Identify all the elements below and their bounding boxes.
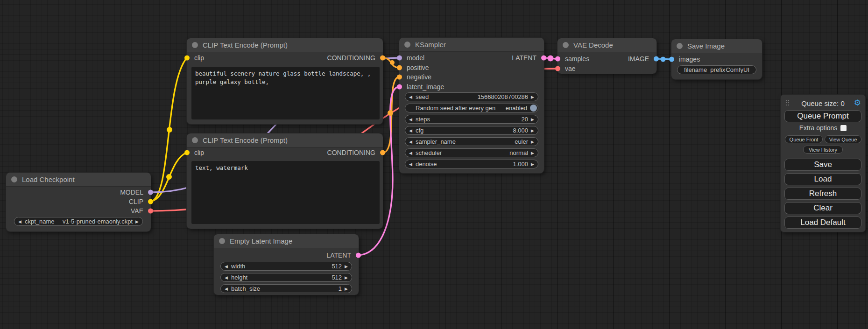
queue-prompt-button[interactable]: Queue Prompt [784, 110, 861, 122]
input-slot-negative[interactable]: negative [399, 72, 431, 82]
output-slot-conditioning[interactable]: CONDITIONING [187, 53, 383, 63]
conditioning-output-dot[interactable] [380, 56, 385, 61]
node-ksampler[interactable]: KSampler model positive negative latent_… [399, 38, 544, 173]
scheduler-widget[interactable]: ◀ scheduler normal ▶ [405, 148, 538, 157]
output-label: CONDITIONING [327, 149, 375, 156]
collapse-dot[interactable] [192, 42, 198, 48]
input-slot-positive[interactable]: positive [399, 63, 429, 72]
decrement-arrow-icon[interactable]: ◀ [225, 275, 228, 280]
extra-options-checkbox[interactable] [840, 125, 847, 131]
node-title-bar[interactable]: CLIP Text Encode (Prompt) [187, 38, 383, 52]
drag-handle-icon[interactable] [786, 100, 790, 107]
increment-arrow-icon[interactable]: ▶ [531, 117, 534, 122]
sampler-name-widget[interactable]: ◀ sampler_name euler ▶ [405, 137, 538, 146]
increment-arrow-icon[interactable]: ▶ [531, 140, 534, 144]
increment-arrow-icon[interactable]: ▶ [345, 275, 348, 280]
output-slot-clip[interactable]: CLIP [6, 197, 151, 206]
batch-size-widget[interactable]: ◀ batch_size 1 ▶ [220, 284, 352, 293]
view-history-button[interactable]: View History [803, 146, 843, 154]
images-input-dot[interactable] [669, 57, 674, 62]
latent-image-input-dot[interactable] [397, 84, 402, 90]
decrement-arrow-icon[interactable]: ◀ [225, 264, 228, 269]
node-clip-text-encode-negative[interactable]: CLIP Text Encode (Prompt) clip CONDITION… [187, 133, 383, 229]
denoise-widget[interactable]: ◀ denoise 1.000 ▶ [405, 160, 538, 168]
node-title-bar[interactable]: Load Checkpoint [6, 173, 151, 187]
negative-input-dot[interactable] [397, 75, 402, 80]
decrement-arrow-icon[interactable]: ◀ [18, 219, 21, 224]
view-queue-button[interactable]: View Queue [825, 135, 861, 143]
clip-output-dot[interactable] [148, 199, 153, 204]
refresh-button[interactable]: Refresh [784, 188, 861, 200]
load-button[interactable]: Load [784, 173, 861, 185]
toggle-knob[interactable] [530, 105, 537, 112]
negative-prompt-textarea[interactable]: text, watermark [191, 161, 380, 224]
conditioning-output-dot[interactable] [380, 150, 385, 155]
output-slot-vae[interactable]: VAE [6, 206, 151, 216]
decrement-arrow-icon[interactable]: ◀ [409, 151, 412, 155]
save-button[interactable]: Save [784, 159, 861, 171]
filename-prefix-widget[interactable]: filename_prefix ComfyUI [677, 65, 756, 74]
increment-arrow-icon[interactable]: ▶ [135, 219, 139, 224]
latent-output-dot[interactable] [356, 253, 361, 258]
node-title-bar[interactable]: KSampler [399, 38, 544, 52]
node-empty-latent-image[interactable]: Empty Latent Image LATENT ◀ width 512 ▶ … [214, 234, 359, 295]
node-graph-canvas[interactable]: Load Checkpoint MODEL CLIP VAE ◀ ckpt_na… [0, 0, 868, 329]
vae-output-dot[interactable] [148, 209, 153, 214]
steps-widget[interactable]: ◀ steps 20 ▶ [405, 115, 538, 124]
output-slot-model[interactable]: MODEL [6, 188, 151, 197]
vae-input-dot[interactable] [555, 66, 560, 71]
decrement-arrow-icon[interactable]: ◀ [409, 95, 412, 99]
input-slot-latent-image[interactable]: latent_image [399, 82, 444, 91]
node-title-bar[interactable]: VAE Decode [557, 38, 656, 52]
width-widget[interactable]: ◀ width 512 ▶ [220, 262, 352, 271]
node-save-image[interactable]: Save Image images filename_prefix ComfyU… [671, 39, 762, 79]
decrement-arrow-icon[interactable]: ◀ [409, 140, 412, 144]
node-title-bar[interactable]: Empty Latent Image [214, 234, 359, 248]
node-vae-decode[interactable]: VAE Decode samples vae IMAGE [557, 38, 656, 74]
output-label: MODEL [120, 189, 143, 196]
output-slot-latent[interactable]: LATENT [214, 251, 359, 260]
model-output-dot[interactable] [148, 190, 153, 195]
collapse-dot[interactable] [11, 176, 17, 182]
gear-icon[interactable]: ⚙ [854, 98, 861, 108]
increment-arrow-icon[interactable]: ▶ [345, 287, 348, 291]
node-title-bar[interactable]: Save Image [671, 39, 762, 53]
decrement-arrow-icon[interactable]: ◀ [225, 287, 228, 291]
decrement-arrow-icon[interactable]: ◀ [409, 117, 412, 122]
increment-arrow-icon[interactable]: ▶ [531, 95, 534, 99]
random-seed-toggle-widget[interactable]: Random seed after every gen enabled [405, 104, 538, 112]
input-slot-images[interactable]: images [671, 55, 700, 64]
output-slot-latent[interactable]: LATENT [399, 53, 544, 63]
cfg-widget[interactable]: ◀ cfg 8.000 ▶ [405, 126, 538, 135]
queue-panel-header: Queue size: 0 ⚙ [781, 98, 865, 108]
node-title-bar[interactable]: CLIP Text Encode (Prompt) [187, 133, 383, 147]
clear-button[interactable]: Clear [784, 202, 861, 214]
input-slot-vae[interactable]: vae [557, 64, 576, 73]
decrement-arrow-icon[interactable]: ◀ [409, 128, 412, 133]
collapse-dot[interactable] [677, 43, 683, 49]
output-slot-conditioning[interactable]: CONDITIONING [187, 148, 383, 157]
increment-arrow-icon[interactable]: ▶ [531, 151, 534, 155]
widget-label: cfg [416, 127, 423, 134]
decrement-arrow-icon[interactable]: ◀ [409, 162, 412, 167]
load-default-button[interactable]: Load Default [784, 217, 861, 229]
image-output-dot[interactable] [654, 56, 659, 62]
positive-input-dot[interactable] [397, 65, 402, 70]
seed-widget[interactable]: ◀ seed 156680208700286 ▶ [405, 92, 538, 101]
collapse-dot[interactable] [219, 238, 225, 244]
queue-front-button[interactable]: Queue Front [785, 135, 823, 143]
increment-arrow-icon[interactable]: ▶ [531, 128, 534, 133]
collapse-dot[interactable] [192, 137, 198, 143]
ckpt-name-widget[interactable]: ◀ ckpt_name v1-5-pruned-emaonly.ckpt ▶ [14, 217, 143, 226]
collapse-dot[interactable] [404, 42, 410, 48]
increment-arrow-icon[interactable]: ▶ [345, 264, 348, 269]
height-widget[interactable]: ◀ height 512 ▶ [220, 273, 352, 282]
latent-output-dot[interactable] [541, 56, 546, 61]
increment-arrow-icon[interactable]: ▶ [531, 162, 534, 167]
widget-value: ComfyUI [726, 66, 749, 73]
output-slot-image[interactable]: IMAGE [557, 54, 656, 63]
positive-prompt-textarea[interactable]: beautiful scenery nature glass bottle la… [191, 67, 380, 119]
node-clip-text-encode-positive[interactable]: CLIP Text Encode (Prompt) clip CONDITION… [187, 38, 383, 124]
node-load-checkpoint[interactable]: Load Checkpoint MODEL CLIP VAE ◀ ckpt_na… [6, 173, 151, 231]
collapse-dot[interactable] [563, 42, 569, 48]
